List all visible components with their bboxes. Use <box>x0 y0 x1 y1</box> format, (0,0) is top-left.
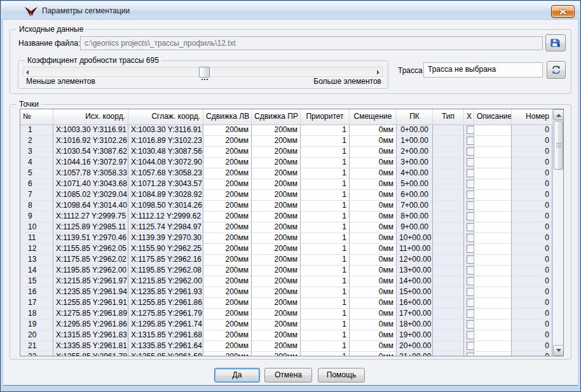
column-header-desc[interactable]: Описание <box>474 109 512 125</box>
cell-priority[interactable]: 1 <box>301 298 350 309</box>
cell-pk[interactable]: 12+00.00 <box>397 255 433 266</box>
cell-number[interactable]: 0 <box>512 255 552 266</box>
cell-priority[interactable]: 1 <box>301 341 350 352</box>
cell-src[interactable]: X:1016.92 Y:3102.26 <box>53 136 128 147</box>
cell-offset[interactable]: 0мм <box>350 179 397 190</box>
cell-offset[interactable]: 0мм <box>350 158 397 168</box>
cell-shift_l[interactable]: 200мм <box>203 190 252 201</box>
cell-shift_l[interactable]: 200мм <box>203 320 252 330</box>
cell-shift_l[interactable]: 200мм <box>203 330 252 341</box>
column-header-src[interactable]: Исх. коорд. <box>53 109 128 125</box>
cell-shift_l[interactable]: 200мм <box>203 125 252 136</box>
cell-src[interactable]: X:1098.64 Y:3014.40 <box>53 201 128 212</box>
cell-desc[interactable] <box>474 244 512 255</box>
cell-number[interactable]: 0 <box>512 341 552 352</box>
table-row[interactable]: 22X:1355.85 Y:2961.78X:1355.85 Y:2961.59… <box>20 352 563 356</box>
cell-x_checked[interactable] <box>464 201 474 212</box>
cell-shift_r[interactable]: 200мм <box>252 309 301 320</box>
cell-shift_l[interactable]: 200мм <box>203 244 252 255</box>
row-x-checkbox[interactable] <box>467 342 474 350</box>
cell-priority[interactable]: 1 <box>301 179 350 190</box>
cell-x_checked[interactable] <box>464 125 474 136</box>
table-row[interactable]: 7X:1085.02 Y:3029.04X:1084.89 Y:3028.922… <box>20 190 563 201</box>
cancel-button[interactable]: Отмена <box>264 368 312 382</box>
table-row[interactable]: 8X:1098.64 Y:3014.40X:1098.50 Y:3014.262… <box>20 201 563 212</box>
row-x-checkbox[interactable] <box>467 137 474 145</box>
cell-smooth[interactable]: X:1315.85 Y:2961.68 <box>128 330 203 341</box>
column-header-shift_r[interactable]: Сдвижка ПР <box>252 109 301 125</box>
cell-num[interactable]: 7 <box>20 190 53 201</box>
cell-x_checked[interactable] <box>464 179 474 190</box>
cell-desc[interactable] <box>474 255 512 266</box>
save-file-button[interactable] <box>545 34 566 51</box>
cell-number[interactable]: 0 <box>512 190 552 201</box>
cell-smooth[interactable]: X:1044.08 Y:3072.90 <box>128 158 203 168</box>
row-x-checkbox[interactable] <box>467 255 474 264</box>
cell-type[interactable] <box>433 222 464 233</box>
cell-offset[interactable]: 0мм <box>350 287 397 298</box>
cell-smooth[interactable]: X:1355.85 Y:2961.59 <box>128 352 203 356</box>
slider-right-arrow[interactable] <box>377 70 379 75</box>
cell-priority[interactable]: 1 <box>301 147 350 158</box>
cell-priority[interactable]: 1 <box>301 330 350 341</box>
cell-smooth[interactable]: X:1335.85 Y:2961.64 <box>128 341 203 352</box>
cell-shift_r[interactable]: 200мм <box>252 255 301 266</box>
cell-desc[interactable] <box>474 179 512 190</box>
cell-desc[interactable] <box>474 341 512 352</box>
cell-desc[interactable] <box>474 330 512 341</box>
cell-pk[interactable]: 3+00.00 <box>397 158 433 168</box>
cell-number[interactable]: 0 <box>512 222 552 233</box>
cell-src[interactable]: X:1235.85 Y:2961.94 <box>53 287 128 298</box>
cell-offset[interactable]: 0мм <box>350 168 397 179</box>
row-x-checkbox[interactable] <box>467 223 474 231</box>
cell-shift_r[interactable]: 200мм <box>252 136 301 147</box>
cell-desc[interactable] <box>474 125 512 136</box>
cell-pk[interactable]: 4+00.00 <box>397 168 433 179</box>
cell-shift_r[interactable]: 200мм <box>252 330 301 341</box>
table-row[interactable]: 5X:1057.78 Y:3058.33X:1057.68 Y:3058.232… <box>20 168 563 179</box>
column-header-smooth[interactable]: Сглаж. коорд. <box>128 109 203 125</box>
cell-offset[interactable]: 0мм <box>350 136 397 147</box>
cell-desc[interactable] <box>474 352 512 356</box>
cell-x_checked[interactable] <box>464 158 474 168</box>
cell-priority[interactable]: 1 <box>301 222 350 233</box>
cell-smooth[interactable]: X:1195.85 Y:2962.08 <box>128 266 203 276</box>
cell-priority[interactable]: 1 <box>301 233 350 244</box>
cell-type[interactable] <box>433 352 464 356</box>
cell-priority[interactable]: 1 <box>301 244 350 255</box>
cell-desc[interactable] <box>474 276 512 287</box>
cell-desc[interactable] <box>474 201 512 212</box>
cell-type[interactable] <box>433 341 464 352</box>
row-x-checkbox[interactable] <box>467 245 474 253</box>
cell-shift_l[interactable]: 200мм <box>203 352 252 356</box>
cell-x_checked[interactable] <box>464 266 474 276</box>
cell-smooth[interactable]: X:1071.28 Y:3043.57 <box>128 179 203 190</box>
cell-number[interactable]: 0 <box>512 158 552 168</box>
cell-src[interactable]: X:1071.40 Y:3043.68 <box>53 179 128 190</box>
cell-number[interactable]: 0 <box>512 168 552 179</box>
cell-type[interactable] <box>433 125 464 136</box>
cell-type[interactable] <box>433 233 464 244</box>
cell-desc[interactable] <box>474 190 512 201</box>
cell-pk[interactable]: 17+00.00 <box>397 309 433 320</box>
cell-pk[interactable]: 1+00.00 <box>397 136 433 147</box>
cell-shift_r[interactable]: 200мм <box>252 320 301 330</box>
table-scrollbar[interactable] <box>552 109 563 356</box>
cell-offset[interactable]: 0мм <box>350 244 397 255</box>
cell-smooth[interactable]: X:1155.90 Y:2962.25 <box>128 244 203 255</box>
table-row[interactable]: 6X:1071.40 Y:3043.68X:1071.28 Y:3043.572… <box>20 179 563 190</box>
slider-thumb[interactable] <box>199 67 210 78</box>
cell-shift_r[interactable]: 200мм <box>252 168 301 179</box>
row-x-checkbox[interactable] <box>467 299 474 307</box>
table-row[interactable]: 4X:1044.16 Y:3072.97X:1044.08 Y:3072.902… <box>20 158 563 168</box>
table-row[interactable]: 20X:1315.85 Y:2961.83X:1315.85 Y:2961.68… <box>20 330 563 341</box>
cell-smooth[interactable]: X:1139.39 Y:2970.30 <box>128 233 203 244</box>
cell-shift_l[interactable]: 200мм <box>203 255 252 266</box>
slider-left-arrow[interactable] <box>26 70 29 75</box>
cell-shift_l[interactable]: 200мм <box>203 222 252 233</box>
cell-number[interactable]: 0 <box>512 233 552 244</box>
cell-num[interactable]: 18 <box>20 309 53 320</box>
row-x-checkbox[interactable] <box>467 331 474 339</box>
cell-shift_l[interactable]: 200мм <box>203 233 252 244</box>
cell-priority[interactable]: 1 <box>301 320 350 330</box>
